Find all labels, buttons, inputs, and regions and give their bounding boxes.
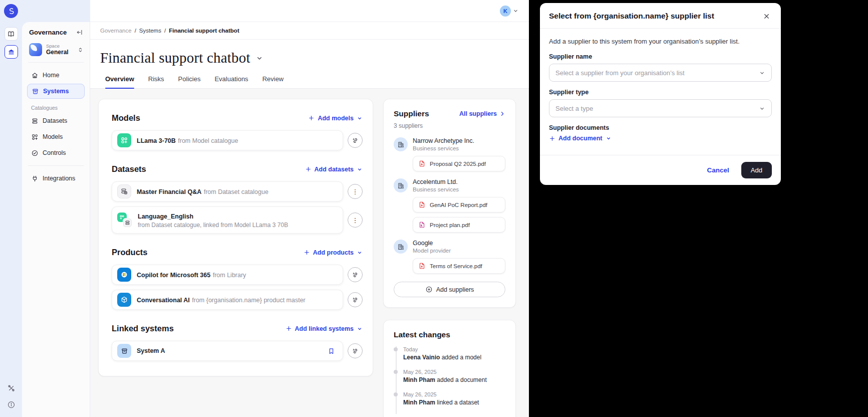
bookmark-icon — [328, 347, 335, 355]
dev-tools-icon[interactable] — [7, 384, 16, 392]
tab-risks[interactable]: Risks — [148, 75, 164, 88]
product-row[interactable]: Copilot for Microsoft 365 from Library — [112, 265, 343, 285]
breadcrumb-item-governance[interactable]: Governance — [100, 28, 132, 34]
supplier-item[interactable]: Accelentum Ltd. Business services — [394, 178, 505, 192]
sidebar-item-controls[interactable]: Controls — [27, 145, 85, 160]
breadcrumb-item-current: Financial support chatbot — [169, 28, 239, 34]
tab-policies[interactable]: Policies — [178, 75, 201, 88]
breadcrumb-separator: / — [164, 28, 166, 34]
collapse-sidebar-icon[interactable] — [76, 29, 84, 36]
chevron-down-icon — [357, 250, 363, 256]
change-actor: Minh Pham — [403, 399, 435, 406]
close-button[interactable] — [761, 11, 772, 22]
change-date: May 26, 2025 — [403, 369, 505, 375]
controls-icon — [31, 149, 39, 157]
space-label: Space — [46, 44, 73, 49]
sidebar-item-home[interactable]: Home — [27, 68, 85, 83]
supplier-document[interactable]: GenAI PoC Report.pdf — [413, 197, 505, 213]
sidebar-item-systems[interactable]: Systems — [27, 84, 85, 99]
add-models-button[interactable]: Add models — [308, 115, 363, 122]
dataset-row[interactable]: Language_English from Dataset catalogue,… — [112, 206, 343, 234]
tab-evaluations[interactable]: Evaluations — [214, 75, 248, 88]
sidebar-item-label: Controls — [43, 149, 66, 156]
add-suppliers-button[interactable]: Add suppliers — [394, 282, 505, 297]
sidebar-item-datasets[interactable]: Datasets — [27, 113, 85, 128]
supplier-name: Google — [413, 240, 451, 247]
unlink-button[interactable] — [348, 133, 363, 148]
supplier-document[interactable]: Terms of Service.pdf — [413, 258, 505, 274]
chevron-updown-icon — [77, 47, 84, 53]
add-linked-systems-button[interactable]: Add linked systems — [285, 325, 363, 332]
supplier-name: Accelentum Ltd. — [413, 178, 459, 185]
unlink-icon — [352, 137, 359, 144]
chevron-down-icon — [357, 326, 363, 332]
supplier-name-select[interactable]: Select a supplier from your organisation… — [549, 64, 772, 82]
catalogues-section-label: Catalogues — [31, 105, 85, 111]
brand-logo[interactable] — [4, 4, 18, 18]
info-icon[interactable] — [7, 400, 16, 409]
add-document-button[interactable]: Add document — [549, 135, 772, 142]
supplier-item[interactable]: Narrow Archetype Inc. Business services — [394, 137, 505, 151]
breadcrumb-separator: / — [135, 28, 136, 34]
tab-overview[interactable]: Overview — [105, 75, 134, 88]
page-header: Financial support chatbot Overview Risks… — [90, 40, 529, 89]
unlink-button[interactable] — [348, 267, 363, 282]
row-suffix: from {organisation.name} product master — [192, 297, 306, 304]
add-products-button[interactable]: Add products — [304, 249, 363, 256]
all-suppliers-link[interactable]: All suppliers — [459, 110, 505, 117]
library-rail-button[interactable] — [5, 27, 18, 41]
supplier-item[interactable]: Google Model provider — [394, 240, 505, 254]
product-row[interactable]: Conversational AI from {organisation.nam… — [112, 290, 343, 310]
sidebar-item-models[interactable]: Models — [27, 129, 85, 144]
supplier-document[interactable]: Project plan.pdf — [413, 217, 505, 233]
main-area: K Governance / Systems / Financial suppo… — [90, 0, 529, 417]
row-name: System A — [137, 347, 165, 354]
home-icon — [31, 72, 39, 79]
sidebar-title: Governance — [29, 29, 67, 36]
breadcrumb-item-systems[interactable]: Systems — [139, 28, 161, 34]
supplier-documents-label: Supplier documents — [549, 124, 772, 131]
sidebar-item-label: Integrations — [43, 175, 75, 182]
plus-circle-icon — [425, 286, 433, 293]
tab-review[interactable]: Review — [262, 75, 284, 88]
plus-icon — [305, 166, 312, 172]
top-bar: K — [90, 0, 529, 22]
row-name: Conversational AI — [137, 297, 190, 304]
space-icon — [29, 43, 42, 56]
supplier-type: Business services — [413, 186, 459, 192]
model-row[interactable]: LLama 3-70B from Model catalogue — [112, 130, 343, 150]
row-name: Language_English — [138, 213, 193, 220]
kebab-menu-button[interactable]: ⋮ — [348, 213, 363, 228]
sidebar-item-integrations[interactable]: Integrations — [27, 171, 85, 186]
cancel-button[interactable]: Cancel — [707, 166, 729, 174]
unlink-button[interactable] — [348, 343, 363, 358]
avatar[interactable]: K — [500, 6, 511, 17]
sidebar: Governance Space General Home Systems — [22, 22, 90, 417]
content-area: Models Add models LLama 3-70B from Model… — [90, 89, 529, 417]
suppliers-heading: Suppliers — [394, 109, 429, 118]
chevron-down-icon — [357, 166, 363, 172]
models-heading: Models — [112, 113, 140, 123]
add-datasets-button[interactable]: Add datasets — [305, 166, 363, 173]
changes-timeline: Today Leena Vainio added a model May 26,… — [396, 346, 505, 414]
integrations-icon — [31, 175, 39, 182]
copilot-icon — [117, 268, 131, 282]
chevron-down-icon — [759, 105, 765, 112]
pdf-file-icon — [418, 201, 426, 209]
unlink-button[interactable] — [348, 292, 363, 307]
title-chevron-down-icon[interactable] — [255, 54, 263, 62]
supplier-document[interactable]: Proposal Q2 2025.pdf — [413, 156, 505, 171]
linked-system-row[interactable]: System A — [112, 341, 343, 361]
book-icon — [7, 30, 15, 38]
dataset-row[interactable]: Master Financial Q&A from Dataset catalo… — [112, 181, 343, 201]
bookmark-button[interactable] — [326, 345, 337, 356]
kebab-menu-button[interactable]: ⋮ — [348, 184, 363, 199]
governance-rail-button[interactable] — [5, 45, 18, 59]
supplier-type-select[interactable]: Select a type — [549, 99, 772, 117]
change-action: added a model — [440, 354, 481, 361]
space-selector[interactable]: Space General — [29, 43, 84, 56]
pdf-file-icon — [418, 262, 426, 270]
chevron-down-icon[interactable] — [512, 8, 519, 14]
change-date: May 26, 2025 — [403, 391, 505, 397]
add-button[interactable]: Add — [741, 162, 772, 178]
